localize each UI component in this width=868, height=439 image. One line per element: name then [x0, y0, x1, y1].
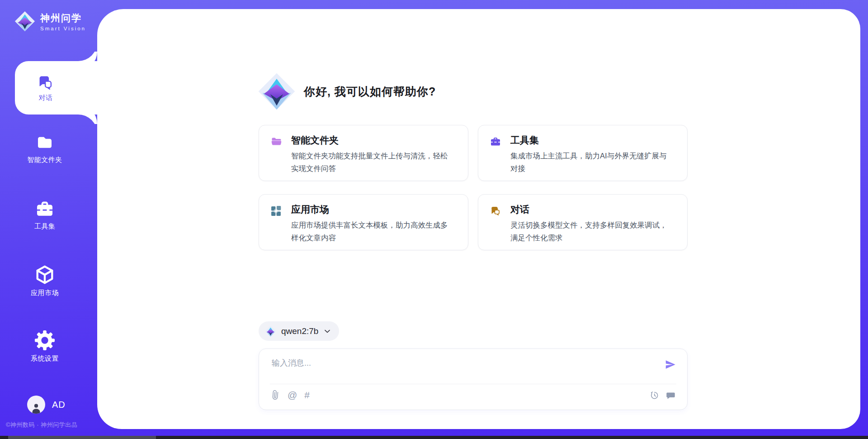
sidebar-item-settings[interactable]: 系统设置 — [0, 330, 90, 363]
send-icon — [664, 359, 676, 370]
sidebar-item-label: 应用市场 — [31, 289, 59, 297]
history-icon — [650, 391, 659, 400]
sidebar-item-label: 系统设置 — [31, 354, 59, 363]
attach-button[interactable] — [270, 390, 280, 400]
sidebar-item-label: 对话 — [39, 94, 53, 102]
chat-bubbles-icon — [37, 74, 55, 91]
card-smart-folder[interactable]: 智能文件夹 智能文件夹功能支持批量文件上传与清洗，轻松实现文件问答 — [259, 125, 468, 181]
cube-icon — [34, 264, 55, 285]
card-toolset[interactable]: 工具集 集成市场上主流工具，助力AI与外界无缝扩展与对接 — [478, 125, 688, 181]
brand-name: 神州问学 — [40, 12, 86, 24]
chat-bubbles-icon — [490, 205, 501, 216]
card-description: 智能文件夹功能支持批量文件上传与清洗，轻松实现文件问答 — [291, 150, 453, 175]
sidebar-item-toolset[interactable]: 工具集 — [0, 199, 90, 231]
message-icon — [665, 391, 676, 400]
briefcase-icon — [490, 136, 501, 147]
brand: 神州问学 Smart Vision — [14, 10, 86, 33]
chevron-down-icon — [323, 327, 332, 336]
briefcase-icon — [34, 199, 55, 219]
message-input[interactable] — [272, 356, 651, 370]
sidebar-item-chat[interactable]: 对话 — [15, 61, 97, 115]
user-name: AD — [52, 400, 66, 410]
open-folder-icon — [270, 136, 283, 147]
user-profile[interactable]: AD — [27, 396, 66, 414]
copyright-text: ©神州数码 · 神州问学出品 — [6, 421, 77, 429]
model-name: qwen2:7b — [281, 326, 318, 336]
composer-tools: @ # — [270, 390, 310, 400]
card-app-market[interactable]: 应用市场 应用市场提供丰富长文本模板，助力高效生成多样化文章内容 — [259, 194, 468, 250]
main-panel: 你好, 我可以如何帮助你? 智能文件夹 智能文件夹功能支持批量文件上传与清洗，轻… — [97, 9, 860, 429]
card-description: 应用市场提供丰富长文本模板，助力高效生成多样化文章内容 — [291, 219, 453, 244]
card-chat[interactable]: 对话 灵活切换多模型文件，支持多样回复效果调试，满足个性化需求 — [478, 194, 688, 250]
model-selector[interactable]: qwen2:7b — [259, 321, 339, 341]
hashtag-icon[interactable]: # — [304, 390, 310, 400]
card-title: 对话 — [510, 203, 529, 216]
gem-logo-icon — [265, 325, 276, 337]
greeting-title: 你好, 我可以如何帮助你? — [304, 84, 436, 99]
card-title: 智能文件夹 — [291, 134, 339, 147]
history-button[interactable] — [650, 391, 659, 400]
greeting: 你好, 我可以如何帮助你? — [258, 72, 436, 110]
send-button[interactable] — [664, 359, 676, 372]
sidebar-item-label: 工具集 — [34, 222, 56, 231]
feature-cards: 智能文件夹 智能文件夹功能支持批量文件上传与清洗，轻松实现文件问答 工具集 集成… — [259, 125, 688, 250]
composer-right-tools — [650, 391, 676, 400]
mention-icon[interactable]: @ — [288, 390, 297, 400]
gear-icon — [34, 330, 55, 351]
folder-icon — [34, 134, 55, 152]
gem-logo-icon — [14, 10, 35, 33]
app-root: 神州问学 Smart Vision 对话 智能文件夹 工具集 — [0, 0, 868, 439]
sidebar-item-label: 智能文件夹 — [27, 156, 62, 164]
card-description: 集成市场上主流工具，助力AI与外界无缝扩展与对接 — [510, 150, 672, 175]
person-icon — [30, 402, 42, 414]
avatar — [27, 396, 45, 414]
sidebar-item-smart-folder[interactable]: 智能文件夹 — [0, 134, 90, 164]
app-grid-icon — [270, 205, 282, 217]
card-description: 灵活切换多模型文件，支持多样回复效果调试，满足个性化需求 — [510, 219, 672, 244]
card-title: 工具集 — [510, 134, 539, 147]
gem-logo-icon — [258, 72, 296, 110]
composer: @ # — [259, 348, 688, 410]
composer-divider — [270, 384, 676, 384]
sidebar-item-app-market[interactable]: 应用市场 — [0, 264, 90, 297]
scrollbar-thumb[interactable] — [8, 436, 156, 439]
paperclip-icon — [270, 390, 280, 400]
brand-subtitle: Smart Vision — [40, 26, 86, 31]
card-title: 应用市场 — [291, 203, 329, 216]
message-button[interactable] — [665, 391, 676, 400]
horizontal-scrollbar[interactable] — [0, 436, 868, 439]
